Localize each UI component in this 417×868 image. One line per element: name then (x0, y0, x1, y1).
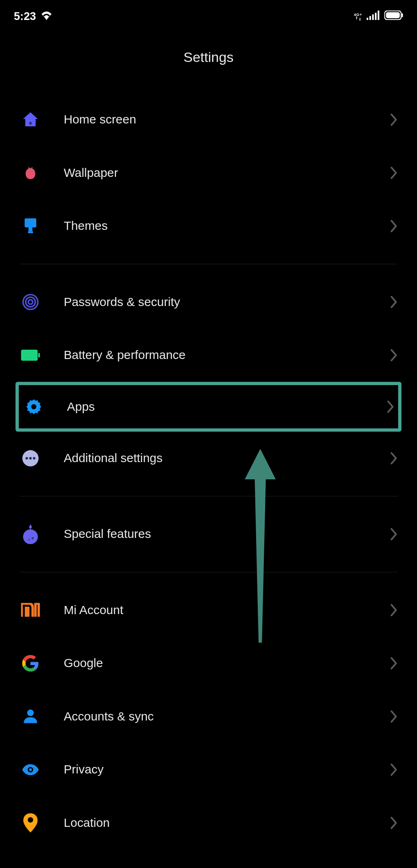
svg-point-22 (23, 529, 38, 544)
chevron-right-icon (390, 114, 397, 126)
row-label: Apps (67, 399, 387, 414)
battery-icon (384, 10, 403, 22)
row-battery-performance[interactable]: Battery & performance (0, 328, 417, 382)
wifi-icon (40, 10, 53, 22)
svg-rect-16 (38, 353, 40, 357)
settings-list: Home screen Wallpaper Themes Passwords &… (0, 93, 417, 860)
row-label: Privacy (64, 762, 390, 777)
location-icon (20, 812, 42, 834)
row-privacy[interactable]: Privacy (0, 743, 417, 796)
svg-rect-0 (367, 18, 368, 20)
svg-point-19 (26, 457, 28, 459)
special-features-icon (20, 523, 42, 545)
svg-point-25 (27, 709, 34, 716)
row-label: Passwords & security (64, 295, 390, 309)
privacy-icon (20, 759, 42, 781)
accounts-sync-icon (20, 705, 42, 727)
row-additional-settings[interactable]: Additional settings (0, 432, 417, 485)
chevron-right-icon (390, 657, 397, 670)
fingerprint-icon (20, 291, 42, 313)
row-passwords-security[interactable]: Passwords & security (0, 275, 417, 329)
row-label: Special features (64, 527, 390, 541)
svg-rect-10 (29, 227, 33, 231)
svg-rect-11 (28, 231, 33, 233)
row-label: Wallpaper (64, 166, 390, 180)
svg-point-17 (31, 404, 37, 410)
row-label: Battery & performance (64, 348, 390, 362)
wallpaper-icon (20, 162, 42, 184)
chevron-right-icon (390, 167, 397, 179)
svg-rect-6 (386, 12, 400, 18)
row-home-screen[interactable]: Home screen (0, 93, 417, 146)
row-label: Mi Account (64, 603, 390, 617)
svg-rect-3 (375, 13, 377, 20)
row-accounts-sync[interactable]: Accounts & sync (0, 690, 417, 743)
chevron-right-icon (390, 220, 397, 232)
more-icon (20, 447, 42, 469)
svg-point-23 (32, 537, 34, 539)
svg-rect-7 (402, 13, 403, 18)
svg-point-20 (29, 457, 32, 459)
row-themes[interactable]: Themes (0, 200, 417, 253)
row-apps[interactable]: Apps (19, 385, 398, 428)
status-bar: 5:23 4G+ (0, 0, 417, 27)
svg-rect-2 (372, 14, 374, 20)
row-label: Location (64, 816, 390, 830)
divider (20, 572, 398, 572)
mi-account-icon (20, 599, 42, 621)
svg-point-27 (29, 768, 32, 771)
row-google[interactable]: Google (0, 637, 417, 690)
svg-rect-8 (29, 122, 31, 124)
svg-rect-1 (369, 16, 371, 20)
google-icon (20, 652, 42, 674)
svg-point-14 (28, 300, 33, 304)
svg-point-24 (28, 539, 30, 541)
row-label: Accounts & sync (64, 709, 390, 724)
signal-icon (367, 10, 380, 22)
row-label: Themes (64, 219, 390, 233)
status-left: 5:23 (14, 10, 53, 22)
chevron-right-icon (386, 401, 394, 413)
status-time: 5:23 (14, 10, 36, 22)
chevron-right-icon (390, 817, 397, 829)
chevron-right-icon (390, 604, 397, 616)
home-icon (20, 109, 42, 131)
row-label: Google (64, 656, 390, 670)
svg-point-13 (26, 297, 35, 307)
row-wallpaper[interactable]: Wallpaper (0, 146, 417, 200)
row-mi-account[interactable]: Mi Account (0, 584, 417, 637)
row-special-features[interactable]: Special features (0, 508, 417, 561)
divider (20, 264, 398, 264)
row-label: Additional settings (64, 451, 390, 465)
chevron-right-icon (390, 528, 397, 540)
apps-icon (23, 396, 45, 418)
page-title: Settings (0, 27, 417, 93)
svg-rect-15 (21, 350, 38, 361)
themes-icon (20, 215, 42, 237)
chevron-right-icon (390, 296, 397, 308)
chevron-right-icon (390, 710, 397, 723)
row-label: Home screen (64, 112, 390, 127)
svg-point-28 (28, 817, 33, 822)
highlight-apps: Apps (15, 382, 402, 432)
chevron-right-icon (390, 452, 397, 465)
network-type: 4G+ (354, 13, 362, 20)
battery-perf-icon (20, 344, 42, 366)
svg-point-21 (33, 457, 35, 459)
svg-rect-4 (377, 11, 379, 20)
svg-rect-9 (25, 218, 37, 227)
row-location[interactable]: Location (0, 796, 417, 850)
chevron-right-icon (390, 349, 397, 361)
chevron-right-icon (390, 764, 397, 776)
status-right: 4G+ (354, 10, 403, 22)
divider (20, 496, 398, 496)
